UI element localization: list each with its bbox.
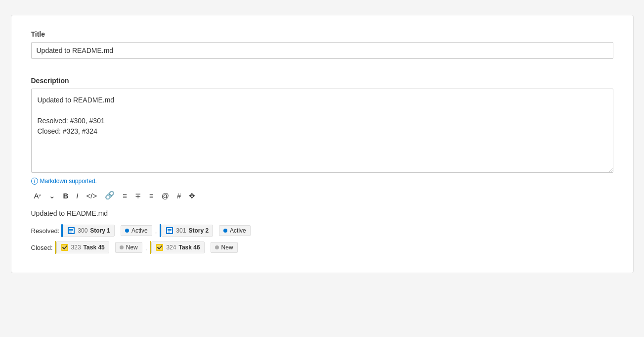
bold-icon: B — [63, 192, 69, 199]
closed-row: Closed: 323 Task 45 New , — [31, 241, 613, 254]
mention-button[interactable]: @ — [159, 190, 172, 201]
task-icon-2 — [156, 243, 164, 251]
active-dot-1 — [125, 229, 129, 233]
task-1-id: 323 — [71, 244, 81, 251]
task-1-name: Task 45 — [84, 244, 105, 251]
story-1-status: Active — [121, 225, 152, 236]
task-chip-1[interactable]: 323 Task 45 — [56, 241, 109, 253]
task-chip-2[interactable]: 324 Task 46 — [151, 241, 204, 253]
indent-icon: ≡ — [149, 192, 154, 199]
italic-button[interactable]: I — [73, 190, 81, 201]
svg-rect-8 — [168, 231, 172, 232]
svg-rect-4 — [69, 232, 72, 233]
ordered-list-icon: ∓ — [135, 192, 141, 199]
chevron-down-button[interactable]: ⌄ — [46, 190, 58, 201]
resolved-label: Resolved: — [31, 227, 60, 235]
new-dot-2 — [215, 245, 219, 249]
description-label: Description — [31, 77, 613, 85]
closed-item-2: 324 Task 46 — [150, 241, 204, 254]
title-label: Title — [31, 30, 613, 38]
list-icon: ≡ — [123, 192, 127, 199]
ordered-list-button[interactable]: ∓ — [132, 190, 144, 201]
task-icon-1 — [61, 243, 69, 251]
story-icon-2 — [166, 227, 173, 235]
format-button[interactable]: Av — [31, 190, 44, 201]
indent-list-button[interactable]: ≡ — [146, 190, 157, 201]
markdown-note-text: Markdown supported. — [40, 178, 97, 185]
svg-rect-3 — [69, 231, 73, 232]
bold-button[interactable]: B — [60, 190, 72, 201]
story-2-name: Story 2 — [188, 227, 209, 234]
story-chip-1[interactable]: 300 Story 1 — [63, 225, 115, 237]
story-1-name: Story 1 — [90, 227, 110, 234]
code-icon: </> — [86, 192, 97, 199]
mention-icon: @ — [162, 192, 169, 199]
new-dot-1 — [120, 245, 124, 249]
task-2-status: New — [211, 242, 238, 253]
active-dot-2 — [223, 229, 227, 233]
task-1-status: New — [115, 242, 142, 253]
title-input[interactable] — [31, 42, 613, 59]
task-1-status-text: New — [126, 244, 138, 251]
task-2-status-text: New — [221, 244, 233, 251]
closed-label: Closed: — [31, 244, 53, 251]
link-button[interactable]: 🔗 — [102, 190, 118, 201]
story-1-status-text: Active — [131, 227, 148, 234]
editor-toolbar: Av ⌄ B I </> 🔗 ≡ ∓ ≡ — [31, 190, 613, 201]
story-1-id: 300 — [78, 227, 87, 234]
markdown-note: i Markdown supported. — [31, 178, 613, 185]
svg-rect-9 — [168, 232, 170, 233]
resolved-row: Resolved: 300 Story 1 — [31, 224, 613, 237]
story-2-id: 301 — [176, 227, 186, 234]
main-container: Title Description Updated to README.md R… — [11, 15, 634, 273]
unordered-list-button[interactable]: ≡ — [120, 190, 130, 201]
resolved-item-1: 300 Story 1 — [61, 224, 115, 237]
link-icon: 🔗 — [105, 192, 115, 199]
story-chip-2[interactable]: 301 Story 2 — [161, 225, 213, 237]
info-icon: i — [31, 178, 38, 185]
hash-button[interactable]: # — [174, 190, 184, 201]
story-2-status: Active — [219, 225, 251, 236]
pr-icon: ✥ — [189, 192, 195, 199]
story-icon-1 — [67, 227, 75, 235]
resolved-item-2: 301 Story 2 — [160, 224, 213, 237]
comma-separator-1: , — [155, 227, 157, 235]
task-2-name: Task 46 — [178, 244, 200, 251]
hash-icon: # — [177, 192, 181, 199]
pr-button[interactable]: ✥ — [186, 190, 198, 201]
description-input[interactable]: Updated to README.md Resolved: #300, #30… — [31, 89, 613, 173]
task-2-id: 324 — [166, 244, 176, 251]
code-button[interactable]: </> — [84, 190, 100, 201]
closed-item-1: 323 Task 45 — [55, 241, 109, 254]
svg-rect-7 — [168, 229, 172, 230]
title-section: Title — [31, 30, 613, 69]
svg-rect-2 — [69, 229, 73, 230]
preview-text: Updated to README.md — [31, 209, 613, 217]
description-section: Description Updated to README.md Resolve… — [31, 77, 613, 201]
comma-separator-2: , — [145, 244, 147, 251]
story-2-status-text: Active — [230, 227, 246, 234]
italic-icon: I — [76, 192, 78, 199]
